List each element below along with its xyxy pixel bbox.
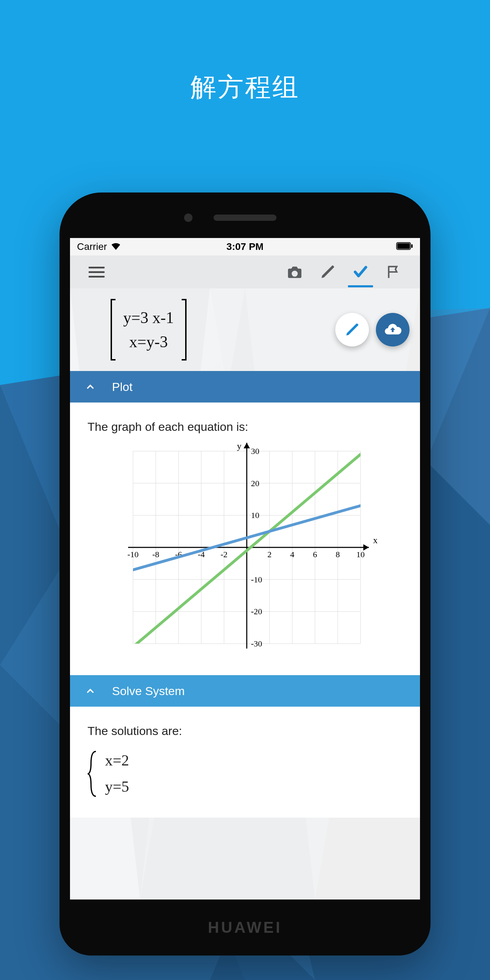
plot-section-title: Plot <box>112 380 133 394</box>
solve-section-body: The solutions are: x=2 y=5 <box>70 706 420 818</box>
plot-section-body: The graph of each equation is: xy-10-8-6… <box>70 402 420 675</box>
svg-text:-30: -30 <box>251 639 262 648</box>
chevron-up-icon <box>83 379 98 395</box>
sensor-dot <box>184 213 192 222</box>
svg-text:20: 20 <box>251 479 259 488</box>
plot-intro-text: The graph of each equation is: <box>88 420 402 434</box>
equation-plot: xy-10-8-6-4-2246810-30-20-10102030 <box>108 441 382 658</box>
active-tab-underline <box>348 285 373 287</box>
solve-section-header[interactable]: Solve System <box>70 675 420 706</box>
pencil-icon <box>344 322 360 337</box>
svg-text:-2: -2 <box>221 550 228 559</box>
phone-screen: Carrier 3:07 PM <box>70 238 420 899</box>
svg-text:y: y <box>237 441 242 451</box>
equation-line-1: y=3 x-1 <box>123 305 174 330</box>
phone-frame: HUAWEI Carrier 3:07 PM <box>59 192 431 956</box>
camera-button[interactable] <box>280 257 309 286</box>
phone-brand-logo: HUAWEI <box>59 919 431 936</box>
edit-fab[interactable] <box>335 313 369 347</box>
hamburger-icon <box>89 267 105 278</box>
svg-text:10: 10 <box>356 550 365 559</box>
solve-intro-text: The solutions are: <box>88 724 402 738</box>
svg-text:-8: -8 <box>152 550 159 559</box>
solution-line-1: x=2 <box>105 748 129 774</box>
menu-button[interactable] <box>82 257 111 286</box>
wifi-icon <box>111 241 121 252</box>
svg-text:30: 30 <box>251 447 259 456</box>
content-area: y=3 x-1 x=y-3 Plot <box>70 288 420 899</box>
pencil-icon <box>320 264 336 280</box>
svg-text:2: 2 <box>267 550 272 559</box>
page-title: 解方程组 <box>0 70 490 105</box>
cloud-upload-icon <box>383 320 402 339</box>
battery-icon <box>396 241 413 252</box>
svg-text:-10: -10 <box>127 550 138 559</box>
svg-rect-8 <box>411 244 413 248</box>
app-toolbar <box>70 256 420 288</box>
curly-brace-icon <box>88 749 98 799</box>
cloud-upload-fab[interactable] <box>376 313 409 347</box>
clock: 3:07 PM <box>70 241 420 252</box>
solution-line-2: y=5 <box>105 774 129 800</box>
equation-line-2: x=y-3 <box>123 330 174 354</box>
svg-text:10: 10 <box>251 511 259 520</box>
svg-text:x: x <box>373 535 378 545</box>
check-icon <box>352 264 369 280</box>
svg-text:6: 6 <box>313 550 317 559</box>
right-bracket <box>180 298 189 361</box>
carrier-label: Carrier <box>77 241 107 252</box>
flag-icon <box>385 264 401 280</box>
svg-text:4: 4 <box>290 550 294 559</box>
left-bracket <box>108 298 117 361</box>
svg-rect-7 <box>397 243 410 249</box>
pencil-button[interactable] <box>313 257 342 286</box>
flag-button[interactable] <box>379 257 408 286</box>
chevron-up-icon <box>83 683 98 698</box>
check-button[interactable] <box>346 257 375 286</box>
svg-marker-35 <box>243 443 250 449</box>
solve-section-title: Solve System <box>112 684 185 698</box>
svg-text:-20: -20 <box>251 607 262 616</box>
camera-icon <box>286 264 303 280</box>
status-bar: Carrier 3:07 PM <box>70 238 420 256</box>
equation-display: y=3 x-1 x=y-3 <box>70 288 420 371</box>
speaker-grille <box>213 215 277 221</box>
svg-text:8: 8 <box>336 550 340 559</box>
plot-section-header[interactable]: Plot <box>70 371 420 402</box>
svg-text:-10: -10 <box>251 575 262 584</box>
